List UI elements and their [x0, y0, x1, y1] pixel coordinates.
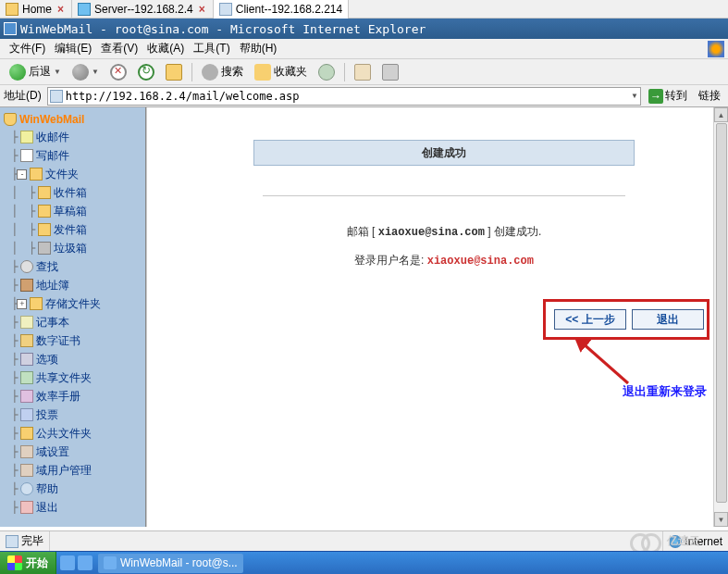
exit-icon	[20, 501, 33, 514]
sidebar-item[interactable]: ├退出	[0, 498, 145, 517]
go-label: 转到	[665, 88, 687, 104]
banner-title: 创建成功	[253, 140, 635, 166]
sidebar-item[interactable]: ├记事本	[0, 313, 145, 331]
sidebar-item[interactable]: │ ├草稿箱	[0, 202, 145, 220]
mail-button[interactable]	[351, 62, 375, 82]
address-input[interactable]	[66, 90, 628, 103]
divider	[263, 195, 625, 196]
tab-home[interactable]: Home ×	[0, 0, 72, 19]
sidebar-item[interactable]: │ ├垃圾箱	[0, 239, 145, 257]
tree-root[interactable]: WinWebMail	[0, 111, 145, 128]
sidebar-item[interactable]: ├收邮件	[0, 128, 145, 146]
mail-icon	[20, 131, 33, 144]
tree-expander[interactable]: +	[17, 299, 27, 309]
chevron-down-icon[interactable]: ▼	[631, 92, 638, 100]
task-label: WinWebMail - root@s...	[120, 556, 238, 569]
sidebar-item[interactable]: ├效率手册	[0, 387, 145, 406]
tree-expander[interactable]: -	[17, 169, 27, 180]
sidebar-item[interactable]: ├写邮件	[0, 146, 145, 165]
menu-edit[interactable]: 编辑(E)	[51, 38, 95, 59]
chevron-down-icon: ▼	[92, 68, 99, 76]
sidebar-item-label: 帮助	[36, 481, 58, 497]
sidebar-item[interactable]: ├帮助	[0, 480, 145, 498]
client-icon	[219, 3, 232, 16]
menu-help[interactable]: 帮助(H)	[236, 38, 281, 59]
vertical-scrollbar[interactable]: ▲ ▼	[713, 107, 728, 527]
exit-button[interactable]: 退出	[632, 309, 704, 330]
address-bar: 地址(D) ▼ → 转到 链接	[0, 85, 728, 107]
separator	[344, 63, 345, 81]
go-arrow-icon: →	[648, 89, 663, 104]
tab-server[interactable]: Server--192.168.2.4 ×	[72, 0, 214, 19]
stop-button[interactable]	[106, 62, 130, 82]
print-button[interactable]	[378, 62, 402, 82]
sidebar-item[interactable]: ├选项	[0, 350, 145, 368]
sidebar-item-label: 共享文件夹	[36, 370, 92, 386]
links-label[interactable]: 链接	[695, 88, 724, 104]
forward-button[interactable]: ▼	[68, 62, 103, 82]
sidebar-item-label: 记事本	[36, 315, 69, 331]
tree-line: ├	[0, 501, 17, 514]
menu-favorites[interactable]: 收藏(A)	[143, 38, 188, 59]
sidebar-item[interactable]: ├查找	[0, 257, 145, 276]
sidebar-item[interactable]: ├+存储文件夹	[0, 294, 145, 313]
sidebar-item[interactable]: ├-文件夹	[0, 165, 145, 183]
search-button[interactable]: 搜索	[198, 62, 247, 82]
sidebar-tree: WinWebMail ├收邮件 ├写邮件 ├-文件夹 │ ├收件箱 │ ├草稿箱…	[0, 107, 146, 527]
cert-icon	[20, 334, 33, 347]
go-button[interactable]: → 转到	[645, 87, 691, 105]
search-icon	[202, 64, 218, 81]
sidebar-item[interactable]: ├域设置	[0, 443, 145, 461]
tree-line: ├	[0, 371, 17, 384]
close-icon[interactable]: ×	[56, 3, 66, 16]
prev-button[interactable]: << 上一步	[554, 309, 626, 330]
sidebar-item[interactable]: ├投票	[0, 406, 145, 424]
created-message: 邮箱 [ xiaoxue@sina.com ] 创建成功.	[253, 224, 635, 240]
sidebar-item[interactable]: ├公共文件夹	[0, 424, 145, 443]
menu-tools[interactable]: 工具(T)	[190, 38, 233, 59]
ql-icon[interactable]	[60, 555, 75, 570]
sidebar-item-label: 域设置	[36, 444, 69, 460]
watermark-logo-icon	[630, 531, 663, 550]
write-icon	[20, 149, 33, 162]
sidebar-item-label: 效率手册	[36, 389, 80, 405]
ql-icon[interactable]	[78, 555, 93, 570]
history-icon	[318, 64, 335, 81]
vm-tabs-bar: Home × Server--192.168.2.4 × Client--192…	[0, 0, 728, 19]
windows-icon	[7, 555, 22, 570]
sidebar-item[interactable]: ├域用户管理	[0, 461, 145, 480]
mail-icon	[354, 64, 371, 81]
tree-line: ├	[0, 334, 17, 347]
tab-label: Home	[22, 3, 52, 16]
back-icon	[9, 64, 26, 81]
sidebar-item[interactable]: │ ├收件箱	[0, 183, 145, 202]
page-icon	[50, 90, 63, 103]
back-button[interactable]: 后退 ▼	[6, 62, 65, 82]
home-button[interactable]	[162, 62, 186, 82]
menu-view[interactable]: 查看(V)	[97, 38, 142, 59]
scroll-thumb[interactable]	[716, 123, 727, 503]
msg-suffix: ] 创建成功.	[485, 225, 541, 238]
sidebar-item-label: 垃圾箱	[54, 241, 87, 256]
refresh-button[interactable]	[134, 62, 158, 82]
created-email: xiaoxue@sina.com	[378, 226, 485, 239]
taskbar-item[interactable]: WinWebMail - root@s...	[98, 554, 243, 573]
tab-client[interactable]: Client--192.168.2.214	[214, 0, 349, 19]
favorites-button[interactable]: 收藏夹	[251, 62, 311, 82]
history-button[interactable]	[315, 62, 339, 82]
sidebar-item[interactable]: ├数字证书	[0, 331, 145, 350]
status-done: 完毕	[0, 531, 50, 551]
success-box: 创建成功 邮箱 [ xiaoxue@sina.com ] 创建成功. 登录用户名…	[253, 140, 635, 268]
sidebar-item[interactable]: ├共享文件夹	[0, 368, 145, 387]
sidebar-item[interactable]: │ ├发件箱	[0, 220, 145, 239]
scroll-down-button[interactable]: ▼	[714, 512, 728, 527]
start-button[interactable]: 开始	[0, 552, 56, 574]
address-label: 地址(D)	[4, 88, 43, 104]
home-icon	[6, 3, 19, 16]
close-icon[interactable]: ×	[197, 3, 207, 16]
menu-file[interactable]: 文件(F)	[6, 38, 49, 59]
scroll-up-button[interactable]: ▲	[714, 107, 728, 122]
sidebar-item-label: 查找	[36, 259, 58, 275]
stop-icon	[110, 64, 127, 81]
sidebar-item[interactable]: ├地址簿	[0, 276, 145, 294]
